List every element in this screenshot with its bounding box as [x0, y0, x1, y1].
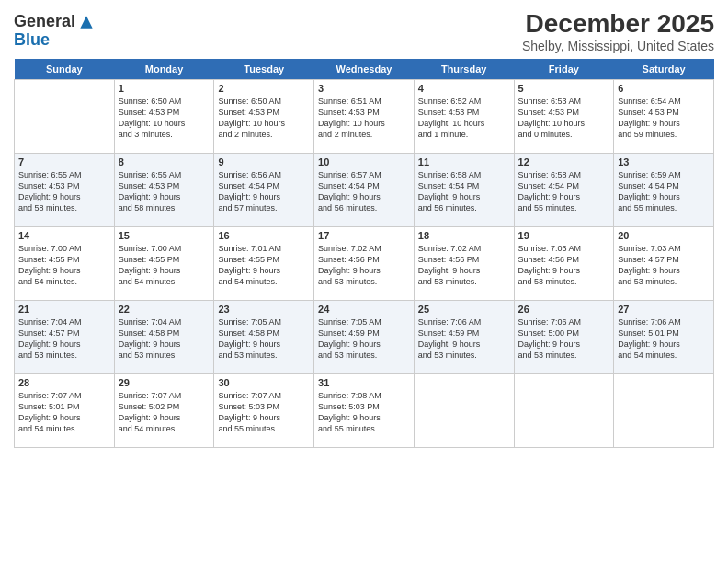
header-row: SundayMondayTuesdayWednesdayThursdayFrid… — [15, 59, 714, 80]
logo-text: General Blue — [14, 13, 96, 50]
day-number: 3 — [318, 83, 410, 94]
day-info: Sunrise: 7:03 AM Sunset: 4:56 PM Dayligh… — [518, 243, 610, 288]
calendar-cell: 25Sunrise: 7:06 AM Sunset: 4:59 PM Dayli… — [414, 301, 514, 374]
calendar-cell: 11Sunrise: 6:58 AM Sunset: 4:54 PM Dayli… — [414, 154, 514, 227]
day-info: Sunrise: 6:58 AM Sunset: 4:54 PM Dayligh… — [418, 169, 510, 214]
calendar-cell: 31Sunrise: 7:08 AM Sunset: 5:03 PM Dayli… — [314, 374, 415, 448]
calendar-cell: 29Sunrise: 7:07 AM Sunset: 5:02 PM Dayli… — [114, 374, 214, 448]
day-info: Sunrise: 6:51 AM Sunset: 4:53 PM Dayligh… — [318, 96, 410, 141]
calendar-cell: 22Sunrise: 7:04 AM Sunset: 4:58 PM Dayli… — [114, 301, 214, 374]
calendar-cell: 16Sunrise: 7:01 AM Sunset: 4:55 PM Dayli… — [214, 227, 314, 301]
day-number: 11 — [418, 156, 510, 167]
calendar-cell: 13Sunrise: 6:59 AM Sunset: 4:54 PM Dayli… — [614, 154, 714, 227]
calendar-cell: 7Sunrise: 6:55 AM Sunset: 4:53 PM Daylig… — [15, 154, 115, 227]
day-info: Sunrise: 6:59 AM Sunset: 4:54 PM Dayligh… — [618, 169, 710, 214]
calendar-cell: 8Sunrise: 6:55 AM Sunset: 4:53 PM Daylig… — [114, 154, 214, 227]
calendar-cell — [15, 80, 115, 154]
day-info: Sunrise: 7:07 AM Sunset: 5:03 PM Dayligh… — [218, 390, 310, 435]
calendar-cell: 18Sunrise: 7:02 AM Sunset: 4:56 PM Dayli… — [414, 227, 514, 301]
calendar-cell: 2Sunrise: 6:50 AM Sunset: 4:53 PM Daylig… — [214, 80, 314, 154]
month-title: December 2025 — [522, 9, 714, 39]
day-info: Sunrise: 7:04 AM Sunset: 4:57 PM Dayligh… — [18, 316, 110, 362]
day-info: Sunrise: 7:06 AM Sunset: 5:00 PM Dayligh… — [518, 316, 610, 362]
day-header-thursday: Thursday — [414, 59, 514, 80]
day-number: 13 — [618, 156, 710, 167]
calendar-cell: 30Sunrise: 7:07 AM Sunset: 5:03 PM Dayli… — [214, 374, 314, 448]
day-number: 12 — [518, 156, 610, 167]
day-number: 1 — [119, 83, 210, 94]
calendar-cell — [514, 374, 614, 448]
day-number: 6 — [618, 83, 710, 94]
calendar-cell: 3Sunrise: 6:51 AM Sunset: 4:53 PM Daylig… — [314, 80, 415, 154]
calendar-cell: 10Sunrise: 6:57 AM Sunset: 4:54 PM Dayli… — [314, 154, 415, 227]
day-number: 28 — [18, 377, 110, 388]
day-number: 17 — [318, 230, 410, 241]
day-info: Sunrise: 7:03 AM Sunset: 4:57 PM Dayligh… — [618, 243, 710, 288]
day-number: 20 — [618, 230, 710, 241]
calendar-cell: 6Sunrise: 6:54 AM Sunset: 4:53 PM Daylig… — [614, 80, 714, 154]
calendar-cell: 28Sunrise: 7:07 AM Sunset: 5:01 PM Dayli… — [15, 374, 115, 448]
day-info: Sunrise: 6:50 AM Sunset: 4:53 PM Dayligh… — [119, 96, 210, 141]
calendar-cell: 5Sunrise: 6:53 AM Sunset: 4:53 PM Daylig… — [514, 80, 614, 154]
day-number: 7 — [18, 156, 110, 167]
day-number: 10 — [318, 156, 410, 167]
day-number: 30 — [218, 377, 310, 388]
calendar-cell: 9Sunrise: 6:56 AM Sunset: 4:54 PM Daylig… — [214, 154, 314, 227]
day-number: 14 — [18, 230, 110, 241]
day-number: 18 — [418, 230, 510, 241]
calendar-cell: 23Sunrise: 7:05 AM Sunset: 4:58 PM Dayli… — [214, 301, 314, 374]
day-info: Sunrise: 7:01 AM Sunset: 4:55 PM Dayligh… — [218, 243, 310, 288]
svg-marker-0 — [80, 16, 92, 28]
week-row-2: 7Sunrise: 6:55 AM Sunset: 4:53 PM Daylig… — [15, 154, 714, 227]
day-info: Sunrise: 7:06 AM Sunset: 5:01 PM Dayligh… — [618, 316, 710, 362]
calendar-table: SundayMondayTuesdayWednesdayThursdayFrid… — [14, 59, 714, 448]
calendar-cell: 15Sunrise: 7:00 AM Sunset: 4:55 PM Dayli… — [114, 227, 214, 301]
calendar-cell: 27Sunrise: 7:06 AM Sunset: 5:01 PM Dayli… — [614, 301, 714, 374]
day-info: Sunrise: 7:02 AM Sunset: 4:56 PM Dayligh… — [318, 243, 410, 288]
day-info: Sunrise: 6:54 AM Sunset: 4:53 PM Dayligh… — [618, 96, 710, 141]
week-row-5: 28Sunrise: 7:07 AM Sunset: 5:01 PM Dayli… — [15, 374, 714, 448]
logo-blue-text: Blue — [14, 30, 50, 49]
calendar-cell: 20Sunrise: 7:03 AM Sunset: 4:57 PM Dayli… — [614, 227, 714, 301]
day-number: 8 — [119, 156, 210, 167]
day-number: 26 — [518, 304, 610, 315]
day-number: 25 — [418, 304, 510, 315]
day-number: 2 — [218, 83, 310, 94]
day-info: Sunrise: 7:07 AM Sunset: 5:01 PM Dayligh… — [18, 390, 110, 435]
day-info: Sunrise: 7:00 AM Sunset: 4:55 PM Dayligh… — [119, 243, 210, 288]
day-info: Sunrise: 6:57 AM Sunset: 4:54 PM Dayligh… — [318, 169, 410, 214]
day-info: Sunrise: 6:55 AM Sunset: 4:53 PM Dayligh… — [119, 169, 210, 214]
day-header-sunday: Sunday — [15, 59, 115, 80]
day-info: Sunrise: 7:07 AM Sunset: 5:02 PM Dayligh… — [119, 390, 210, 435]
calendar-cell: 19Sunrise: 7:03 AM Sunset: 4:56 PM Dayli… — [514, 227, 614, 301]
week-row-1: 1Sunrise: 6:50 AM Sunset: 4:53 PM Daylig… — [15, 80, 714, 154]
day-info: Sunrise: 7:08 AM Sunset: 5:03 PM Dayligh… — [318, 390, 410, 435]
day-number: 15 — [119, 230, 210, 241]
calendar-cell: 14Sunrise: 7:00 AM Sunset: 4:55 PM Dayli… — [15, 227, 115, 301]
day-number: 9 — [218, 156, 310, 167]
week-row-4: 21Sunrise: 7:04 AM Sunset: 4:57 PM Dayli… — [15, 301, 714, 374]
calendar-cell: 26Sunrise: 7:06 AM Sunset: 5:00 PM Dayli… — [514, 301, 614, 374]
calendar-cell: 12Sunrise: 6:58 AM Sunset: 4:54 PM Dayli… — [514, 154, 614, 227]
day-info: Sunrise: 7:02 AM Sunset: 4:56 PM Dayligh… — [418, 243, 510, 288]
day-number: 16 — [218, 230, 310, 241]
day-number: 5 — [518, 83, 610, 94]
calendar-cell: 1Sunrise: 6:50 AM Sunset: 4:53 PM Daylig… — [114, 80, 214, 154]
header-area: General Blue December 2025 Shelby, Missi… — [14, 9, 714, 53]
calendar-cell — [614, 374, 714, 448]
day-info: Sunrise: 7:04 AM Sunset: 4:58 PM Dayligh… — [119, 316, 210, 362]
day-number: 19 — [518, 230, 610, 241]
day-info: Sunrise: 7:05 AM Sunset: 4:58 PM Dayligh… — [218, 316, 310, 362]
day-number: 21 — [18, 304, 110, 315]
calendar-cell — [414, 374, 514, 448]
day-info: Sunrise: 7:05 AM Sunset: 4:59 PM Dayligh… — [318, 316, 410, 362]
day-info: Sunrise: 7:06 AM Sunset: 4:59 PM Dayligh… — [418, 316, 510, 362]
day-number: 22 — [119, 304, 210, 315]
day-number: 24 — [318, 304, 410, 315]
day-number: 31 — [318, 377, 410, 388]
day-number: 29 — [119, 377, 210, 388]
logo: General Blue — [14, 13, 96, 50]
day-info: Sunrise: 6:52 AM Sunset: 4:53 PM Dayligh… — [418, 96, 510, 141]
week-row-3: 14Sunrise: 7:00 AM Sunset: 4:55 PM Dayli… — [15, 227, 714, 301]
day-number: 27 — [618, 304, 710, 315]
